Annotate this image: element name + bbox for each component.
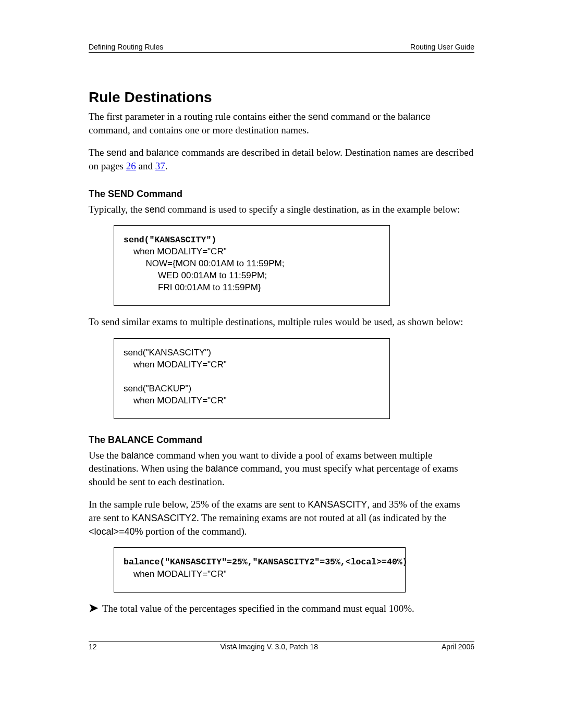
- code-body: when MODALITY="CR": [124, 569, 227, 579]
- page-link-37[interactable]: 37: [155, 161, 165, 171]
- text: . The remaining exams are not routed at …: [197, 512, 446, 523]
- footer-center: VistA Imaging V. 3.0, Patch 18: [220, 643, 318, 651]
- code-local: <local>=40%: [89, 526, 143, 537]
- code-send: send: [308, 112, 328, 122]
- code-example-send-multi: send("KANSASCITY") when MODALITY="CR" se…: [114, 338, 390, 419]
- code-example-balance: balance("KANSASCITY"=25%,"KANSASCITY2"=3…: [114, 547, 406, 592]
- intro-paragraph-1: The first parameter in a routing rule co…: [89, 110, 474, 137]
- text: The first parameter in a routing rule co…: [89, 111, 308, 122]
- code-kansascity: KANSASCITY: [308, 499, 367, 510]
- send-paragraph-2: To send similar exams to multiple destin…: [89, 315, 474, 329]
- code-kansascity2: KANSASCITY2: [132, 513, 197, 523]
- text: command is used to specify a single dest…: [165, 204, 460, 215]
- page: Defining Routing Rules Routing User Guid…: [0, 0, 563, 728]
- balance-paragraph-2: In the sample rule below, 25% of the exa…: [89, 498, 474, 538]
- code-example-send-single: send("KANSASCITY") when MODALITY="CR" NO…: [114, 225, 390, 306]
- code-send: send: [145, 204, 165, 215]
- footer-page-number: 12: [89, 643, 97, 651]
- text: Use the: [89, 450, 121, 461]
- code-balance: balance: [146, 147, 179, 158]
- page-link-26[interactable]: 26: [126, 161, 136, 171]
- code-bold-line: send("KANSASCITY"): [124, 235, 216, 245]
- balance-note: ➤ The total value of the percentages spe…: [89, 602, 474, 615]
- text: In the sample rule below, 25% of the exa…: [89, 499, 308, 510]
- balance-paragraph-1: Use the balance command when you want to…: [89, 449, 474, 489]
- header-right: Routing User Guide: [410, 43, 474, 51]
- footer-date: April 2006: [442, 643, 474, 651]
- text: command or the: [328, 111, 398, 122]
- send-paragraph-1: Typically, the send command is used to s…: [89, 203, 474, 216]
- footer-rule: 12 VistA Imaging V. 3.0, Patch 18 April …: [89, 641, 474, 651]
- text: portion of the command).: [143, 526, 247, 537]
- code-balance: balance: [205, 463, 238, 474]
- page-footer: 12 VistA Imaging V. 3.0, Patch 18 April …: [89, 643, 474, 651]
- text: and: [127, 147, 146, 158]
- note-arrow-icon: ➤: [89, 602, 98, 614]
- text: The: [89, 147, 106, 158]
- text: Typically, the: [89, 204, 145, 215]
- header-left: Defining Routing Rules: [89, 43, 163, 51]
- intro-paragraph-2: The send and balance commands are descri…: [89, 146, 474, 172]
- code-bold-line: balance("KANSASCITY"=25%,"KANSASCITY2"=3…: [124, 557, 408, 567]
- send-command-heading: The SEND Command: [89, 189, 474, 200]
- code-body: when MODALITY="CR" NOW={MON 00:01AM to 1…: [124, 246, 284, 292]
- balance-command-heading: The BALANCE Command: [89, 435, 474, 446]
- section-heading: Rule Destinations: [89, 89, 474, 106]
- text: and: [136, 161, 155, 171]
- note-text: The total value of the percentages speci…: [102, 602, 414, 615]
- code-body: send("KANSASCITY") when MODALITY="CR" se…: [124, 348, 227, 405]
- text: .: [165, 161, 168, 171]
- code-send: send: [106, 147, 127, 158]
- code-balance: balance: [398, 112, 431, 122]
- page-header: Defining Routing Rules Routing User Guid…: [89, 43, 474, 53]
- code-balance: balance: [121, 450, 154, 461]
- text: command, and contains one or more destin…: [89, 125, 309, 135]
